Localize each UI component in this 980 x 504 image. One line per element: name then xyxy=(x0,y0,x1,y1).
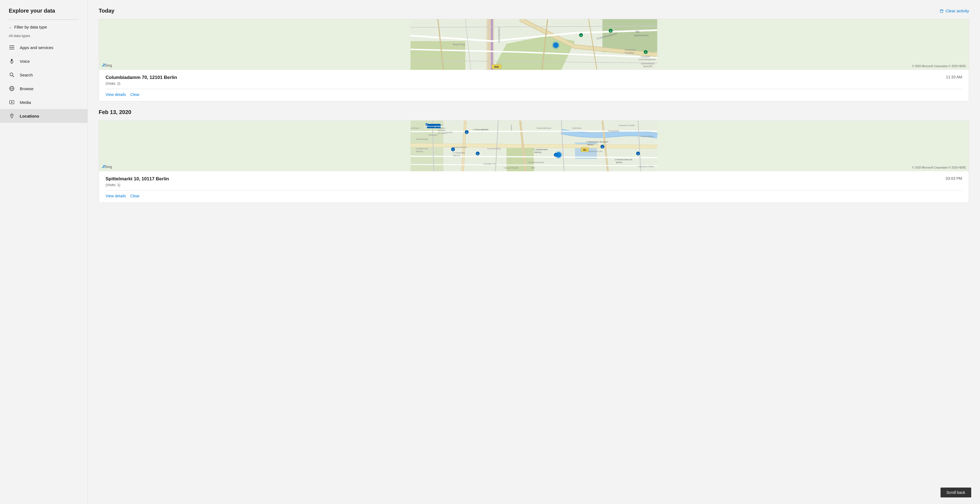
card-actions-1: View details Clear xyxy=(105,92,962,97)
svg-text:Bayernring: Bayernring xyxy=(453,43,465,46)
sidebar-item-voice-label: Voice xyxy=(20,59,30,64)
svg-text:Märkisches Ufer: Märkisches Ufer xyxy=(589,151,603,153)
svg-text:(Berlin): (Berlin) xyxy=(416,150,423,153)
svg-marker-12 xyxy=(11,102,13,103)
sidebar-item-locations[interactable]: Locations xyxy=(0,109,88,123)
sidebar-item-voice[interactable]: Voice xyxy=(0,54,88,68)
filter-label: Filter by data type xyxy=(14,25,47,29)
search-icon xyxy=(9,72,15,78)
section-feb13-label: Feb 13, 2020 xyxy=(99,109,131,115)
svg-rect-3 xyxy=(11,59,13,61)
map-container-1: B96 Columbiadamm TiB Sportzentrum Türkis… xyxy=(99,19,969,70)
svg-text:NiederwallStraße: NiederwallStraße xyxy=(537,127,552,129)
visits-1: (Visits: 2) xyxy=(105,81,962,86)
svg-text:BrückenStraße: BrückenStraße xyxy=(641,135,654,137)
card-divider-1 xyxy=(105,89,962,89)
clear-button-1[interactable]: Clear xyxy=(130,92,139,97)
map-container-2: Mauerstraße U Mohrenstr. (Berlin) Glinka… xyxy=(99,121,969,171)
svg-text:Columbiadamm: Columbiadamm xyxy=(639,58,656,61)
svg-text:U Märkisches Museum: U Märkisches Museum xyxy=(586,141,609,143)
view-details-button-2[interactable]: View details xyxy=(105,194,126,198)
svg-text:JoßStraße: JoßStraße xyxy=(410,127,420,129)
sidebar-item-browse-label: Browse xyxy=(20,86,33,91)
svg-text:Friedhof: Friedhof xyxy=(625,51,634,54)
location-card-2: Mauerstraße U Mohrenstr. (Berlin) Glinka… xyxy=(99,120,969,203)
clear-button-2[interactable]: Clear xyxy=(130,194,139,198)
svg-text:FreiStr.: FreiStr. xyxy=(511,125,512,131)
view-details-button-1[interactable]: View details xyxy=(105,92,126,97)
bing-logo-1: 𝓧 bing xyxy=(102,63,112,68)
svg-text:U: U xyxy=(466,132,467,134)
svg-text:BMI: BMI xyxy=(531,167,535,169)
svg-text:Türkischer: Türkischer xyxy=(624,49,636,51)
card-actions-2: View details Clear xyxy=(105,194,962,198)
card-divider-2 xyxy=(105,190,962,191)
svg-text:Mauerstraße: Mauerstraße xyxy=(416,138,429,140)
map-copyright-1: © 2020 Microsoft Corporation © 2020 HERE xyxy=(912,65,966,68)
svg-text:SchützenStraße: SchützenStraße xyxy=(528,161,544,164)
svg-text:U: U xyxy=(452,149,453,151)
bing-text-2: bing xyxy=(105,165,112,169)
visits-2: (Visits: 1) xyxy=(105,183,962,187)
media-icon xyxy=(9,99,15,105)
svg-text:B96: B96 xyxy=(494,65,499,68)
sidebar-item-search-label: Search xyxy=(20,73,33,77)
trash-icon xyxy=(939,9,944,13)
bing-logo-2: 𝓧 bing xyxy=(102,164,112,169)
svg-text:(Berlin): (Berlin) xyxy=(453,154,460,157)
svg-text:(Berlin): (Berlin) xyxy=(535,151,542,153)
svg-text:Sportzentrum: Sportzentrum xyxy=(634,34,649,37)
bing-text: bing xyxy=(105,63,112,67)
sidebar-title: Explore your data xyxy=(0,8,88,19)
svg-text:Ministry: Ministry xyxy=(438,129,446,132)
location-time-2: 03:03 PM xyxy=(946,176,962,181)
svg-text:Köpenicker Straße: Köpenicker Straße xyxy=(638,165,654,168)
svg-text:Köpenicker Straße: Köpenicker Straße xyxy=(619,124,635,127)
bing-icon-2: 𝓧 xyxy=(102,164,105,169)
sidebar-item-apps-services-label: Apps and services xyxy=(20,45,54,50)
list-icon xyxy=(9,45,15,51)
sidebar-item-locations-label: Locations xyxy=(20,114,39,118)
section-feb13-header: Feb 13, 2020 xyxy=(99,109,969,115)
svg-text:(Berlin): (Berlin) xyxy=(616,161,622,164)
card-row-2: Spittelmarkt 10, 10117 Berlin 03:03 PM xyxy=(105,176,962,182)
svg-text:MohrenStraße: MohrenStraße xyxy=(453,146,468,149)
section-feb13: Feb 13, 2020 xyxy=(99,109,969,203)
svg-point-25 xyxy=(552,41,560,49)
mic-icon xyxy=(9,58,15,64)
svg-text:U Stadtmitte: U Stadtmitte xyxy=(453,151,466,154)
svg-text:U: U xyxy=(602,146,603,148)
map-svg-1: B96 Columbiadamm TiB Sportzentrum Türkis… xyxy=(99,19,969,70)
svg-text:S: S xyxy=(580,35,582,37)
sidebar-item-media[interactable]: Media xyxy=(0,95,88,109)
sidebar-item-media-label: Media xyxy=(20,100,31,105)
svg-text:B1: B1 xyxy=(583,149,587,151)
svg-text:Neukölln: Neukölln xyxy=(643,65,653,68)
svg-text:S: S xyxy=(610,30,611,32)
svg-rect-14 xyxy=(940,10,943,10)
svg-text:of Justice: of Justice xyxy=(438,132,447,134)
clear-activity-button[interactable]: Clear activity xyxy=(939,8,969,13)
svg-text:KrausenStraße: KrausenStraße xyxy=(504,167,519,169)
location-card-1: B96 Columbiadamm TiB Sportzentrum Türkis… xyxy=(99,19,969,102)
sidebar-item-search[interactable]: Search xyxy=(0,68,88,82)
svg-text:Friedhof: Friedhof xyxy=(641,56,650,58)
svg-text:RungeStraße: RungeStraße xyxy=(608,130,619,132)
svg-text:(Berlin): (Berlin) xyxy=(587,144,594,146)
bing-icon: 𝓧 xyxy=(102,63,105,68)
svg-point-81 xyxy=(555,151,563,159)
section-today-label: Today xyxy=(99,8,114,14)
card-body-2: Spittelmarkt 10, 10117 Berlin 03:03 PM (… xyxy=(99,171,969,202)
location-name-1: Columbiadamm 70, 12101 Berlin xyxy=(105,75,177,80)
sidebar-item-apps-services[interactable]: Apps and services xyxy=(0,41,88,54)
scroll-back-button[interactable]: Scroll back xyxy=(940,488,971,498)
svg-text:U: U xyxy=(426,124,427,126)
location-name-2: Spittelmarkt 10, 10117 Berlin xyxy=(105,176,169,182)
filter-header[interactable]: ⌄ Filter by data type xyxy=(0,25,88,34)
card-body-1: Columbiadamm 70, 12101 Berlin 11:33 AM (… xyxy=(99,70,969,101)
svg-rect-1 xyxy=(9,47,14,48)
svg-text:GlinkaStr.: GlinkaStr. xyxy=(428,134,438,136)
svg-text:Kaiserkorridor: Kaiserkorridor xyxy=(498,27,501,43)
sidebar-item-browse[interactable]: Browse xyxy=(0,82,88,95)
svg-text:WallStraße: WallStraße xyxy=(573,127,582,129)
